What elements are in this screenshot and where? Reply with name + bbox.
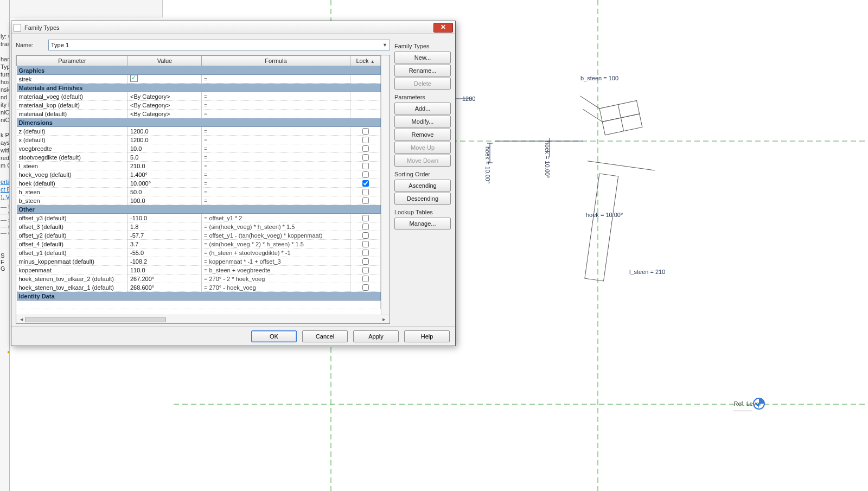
section-materials-and-finishes[interactable]: Materials and Finishes: [17, 84, 381, 92]
param-value[interactable]: 10.000°: [128, 179, 202, 188]
param-lock[interactable]: [350, 75, 381, 84]
param-value[interactable]: 50.0: [128, 188, 202, 196]
lock-checkbox[interactable]: [362, 128, 369, 135]
lock-checkbox[interactable]: [362, 258, 369, 265]
param-name[interactable]: voegbreedte: [17, 144, 128, 153]
param-value[interactable]: <By Category>: [128, 110, 202, 118]
lock-checkbox[interactable]: [362, 145, 369, 152]
table-row[interactable]: l_steen210.0: [17, 162, 381, 170]
param-name[interactable]: offset_3 (default): [17, 222, 128, 231]
param-name[interactable]: materiaal_kop (default): [17, 101, 128, 110]
param-lock[interactable]: [350, 179, 381, 188]
param-value[interactable]: -55.0: [128, 248, 202, 257]
lock-checkbox[interactable]: [362, 250, 369, 256]
param-name[interactable]: materiaal_voeg (default): [17, 92, 128, 101]
vertical-scrollbar[interactable]: [381, 55, 390, 315]
param-lock[interactable]: [350, 222, 381, 231]
param-name[interactable]: offset_y2 (default): [17, 231, 128, 240]
param-formula[interactable]: offset_y1 * 2: [202, 214, 350, 222]
param-value[interactable]: 10.0: [128, 144, 202, 153]
table-row[interactable]: stootvoegdikte (default)5.0: [17, 153, 381, 162]
apply-button[interactable]: Apply: [353, 330, 399, 342]
table-row[interactable]: koppenmaat110.0b_steen + voegbreedte: [17, 266, 381, 275]
table-row[interactable]: voegbreedte10.0: [17, 144, 381, 153]
param-name[interactable]: hoek_voeg (default): [17, 170, 128, 179]
rename-type-button[interactable]: Rename...: [394, 65, 451, 76]
section-identity-data[interactable]: Identity Data: [17, 292, 381, 301]
param-lock[interactable]: [350, 231, 381, 240]
param-formula[interactable]: [202, 153, 350, 162]
lock-checkbox[interactable]: [362, 232, 369, 239]
lock-checkbox[interactable]: [362, 171, 369, 178]
manage-lookup-button[interactable]: Manage...: [394, 218, 451, 229]
param-formula[interactable]: [202, 75, 350, 84]
delete-type-button[interactable]: Delete: [394, 78, 451, 90]
new-type-button[interactable]: New...: [394, 52, 451, 63]
table-row[interactable]: h_steen50.0: [17, 188, 381, 196]
close-button[interactable]: ✕: [433, 23, 453, 33]
param-name[interactable]: h_steen: [17, 188, 128, 196]
table-row[interactable]: hoek_stenen_tov_elkaar_1 (default)268.60…: [17, 283, 381, 292]
param-name[interactable]: hoek (default): [17, 179, 128, 188]
col-lock[interactable]: Lock ▲: [350, 56, 381, 66]
param-lock[interactable]: [350, 214, 381, 222]
modify-param-button[interactable]: Modify...: [394, 116, 451, 127]
revit-links-item[interactable]: ●Revit Links: [7, 348, 10, 355]
lock-checkbox[interactable]: [362, 163, 369, 169]
col-formula[interactable]: Formula: [202, 56, 350, 66]
param-lock[interactable]: [350, 153, 381, 162]
param-lock[interactable]: [350, 257, 381, 266]
param-lock[interactable]: [350, 92, 381, 101]
section-graphics[interactable]: Graphics: [17, 66, 381, 75]
param-lock[interactable]: [350, 101, 381, 110]
parameter-table[interactable]: Parameter Value Formula Lock ▲ Graphicss…: [16, 55, 390, 324]
param-formula[interactable]: (sin(hoek_voeg) * h_steen) * 1.5: [202, 222, 350, 231]
param-value[interactable]: 1.8: [128, 222, 202, 231]
param-formula[interactable]: [202, 136, 350, 144]
param-value[interactable]: 1200.0: [128, 127, 202, 136]
table-row[interactable]: materiaal_voeg (default)<By Category>: [17, 92, 381, 101]
param-value[interactable]: 110.0: [128, 266, 202, 275]
param-formula[interactable]: [202, 179, 350, 188]
add-param-button[interactable]: Add...: [394, 103, 451, 114]
move-up-button[interactable]: Move Up: [394, 142, 451, 154]
param-lock[interactable]: [350, 162, 381, 170]
table-row[interactable]: b_steen100.0: [17, 196, 381, 205]
param-lock[interactable]: [350, 248, 381, 257]
lock-checkbox[interactable]: [362, 137, 369, 143]
param-formula[interactable]: 270° - 2 * hoek_voeg: [202, 275, 350, 283]
param-name[interactable]: offset_y1 (default): [17, 248, 128, 257]
param-lock[interactable]: [350, 110, 381, 118]
help-button[interactable]: Help: [404, 330, 450, 342]
param-value[interactable]: -110.0: [128, 214, 202, 222]
param-formula[interactable]: 270° - hoek_voeg: [202, 283, 350, 292]
param-formula[interactable]: offset_y1 - (tan(hoek_voeg) * koppenmaat…: [202, 231, 350, 240]
lock-checkbox[interactable]: [362, 241, 369, 247]
table-row[interactable]: hoek_voeg (default)1.400°: [17, 170, 381, 179]
table-row[interactable]: x (default)1200.0: [17, 136, 381, 144]
section-other[interactable]: Other: [17, 205, 381, 214]
param-lock[interactable]: [350, 170, 381, 179]
lock-checkbox[interactable]: [362, 154, 369, 161]
table-row[interactable]: materiaal_kop (default)<By Category>: [17, 101, 381, 110]
param-name[interactable]: hoek_stenen_tov_elkaar_2 (default): [17, 275, 128, 283]
param-formula[interactable]: [202, 188, 350, 196]
param-lock[interactable]: [350, 275, 381, 283]
lock-checkbox[interactable]: [362, 224, 369, 230]
horizontal-scrollbar[interactable]: ◂ ▸: [16, 315, 390, 323]
param-lock[interactable]: [350, 188, 381, 196]
sort-descending-button[interactable]: Descending: [394, 193, 451, 205]
param-value[interactable]: 1200.0: [128, 136, 202, 144]
param-name[interactable]: b_steen: [17, 196, 128, 205]
lock-checkbox[interactable]: [362, 189, 369, 195]
table-row[interactable]: minus_koppenmaat (default)-108.2koppenma…: [17, 257, 381, 266]
lock-checkbox[interactable]: [362, 276, 369, 282]
param-name[interactable]: offset_4 (default): [17, 240, 128, 248]
param-value[interactable]: 100.0: [128, 196, 202, 205]
param-formula[interactable]: [202, 110, 350, 118]
param-formula[interactable]: [202, 101, 350, 110]
table-row[interactable]: hoek (default)10.000°: [17, 179, 381, 188]
param-formula[interactable]: [202, 170, 350, 179]
param-formula[interactable]: [202, 127, 350, 136]
move-down-button[interactable]: Move Down: [394, 155, 451, 167]
